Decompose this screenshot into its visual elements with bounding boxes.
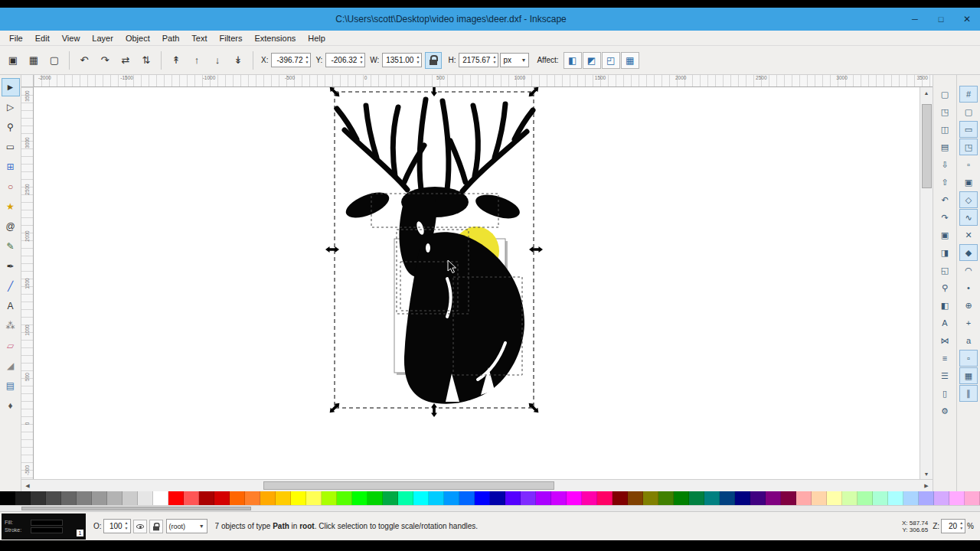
palette-swatch[interactable]: [245, 491, 260, 505]
maximize-button[interactable]: □: [928, 8, 954, 31]
tool-pencil[interactable]: ✎: [2, 237, 20, 256]
palette-swatch[interactable]: [413, 491, 429, 505]
palette-swatch[interactable]: [153, 491, 168, 505]
height-spinner[interactable]: ▲▼: [492, 54, 497, 64]
palette-swatch[interactable]: [888, 491, 903, 505]
palette-swatch[interactable]: [643, 491, 658, 505]
palette-swatch[interactable]: [77, 491, 92, 505]
palette-swatch[interactable]: [551, 491, 567, 505]
palette-swatch[interactable]: [383, 491, 398, 505]
tool-text[interactable]: A: [2, 297, 20, 315]
palette-swatch[interactable]: [92, 491, 107, 505]
palette-swatch[interactable]: [475, 491, 490, 505]
palette-swatch[interactable]: [368, 491, 383, 505]
palette-swatch[interactable]: [490, 491, 505, 505]
unit-dropdown[interactable]: px ▼: [500, 53, 529, 67]
deer-antlers[interactable]: [337, 99, 533, 191]
tool-zoom[interactable]: ⚲: [2, 118, 20, 136]
snap-nodes[interactable]: ◇: [959, 191, 978, 208]
tool-ellipse[interactable]: ○: [2, 178, 20, 196]
layer-lock-button[interactable]: [149, 520, 163, 533]
palette-swatch[interactable]: [352, 491, 368, 505]
scroll-down-icon[interactable]: ▼: [920, 468, 933, 479]
toolbar-flip-vertical[interactable]: ⇅: [136, 51, 156, 70]
palette-swatch[interactable]: [214, 491, 230, 505]
snap-page-border[interactable]: ▫: [959, 350, 978, 367]
snap-object-centers[interactable]: ⊕: [959, 297, 978, 314]
y-spinner[interactable]: ▲▼: [358, 54, 364, 64]
width-field[interactable]: 1351.00 ▲▼: [382, 53, 422, 67]
menu-item[interactable]: Help: [302, 32, 332, 44]
snap-cusp-nodes[interactable]: ◆: [959, 244, 978, 261]
tool-box-3d[interactable]: ⊞: [2, 158, 20, 176]
layer-dropdown[interactable]: (root) ▼: [166, 519, 207, 533]
command-copy[interactable]: ▣: [936, 227, 954, 243]
scroll-right-icon[interactable]: ▶: [920, 481, 933, 491]
palette-swatch[interactable]: [766, 491, 781, 505]
palette-swatch[interactable]: [429, 491, 444, 505]
palette-scroll-thumb[interactable]: [21, 507, 251, 510]
palette-swatch[interactable]: [827, 491, 842, 505]
command-redo[interactable]: ↷: [936, 209, 954, 226]
palette-swatch[interactable]: [965, 491, 980, 505]
command-document-properties[interactable]: ▯: [936, 385, 954, 402]
command-zoom-drawing[interactable]: ⚲: [936, 279, 954, 296]
snap-rotation-centers[interactable]: +: [959, 315, 978, 331]
menu-item[interactable]: File: [3, 32, 29, 44]
opacity-spinner[interactable]: ▲▼: [124, 520, 129, 530]
snap-bbox-centers[interactable]: ▣: [959, 174, 978, 191]
toolbar-rotate-ccw[interactable]: ↶: [74, 51, 94, 70]
palette-swatch[interactable]: [903, 491, 919, 505]
tool-node-editor[interactable]: ▷: [2, 98, 20, 116]
lock-ratio-button[interactable]: [425, 52, 442, 69]
palette-swatch[interactable]: [322, 491, 337, 505]
toolbar-lower[interactable]: ↓: [207, 51, 227, 70]
palette-swatch[interactable]: [184, 491, 199, 505]
tool-paint-bucket[interactable]: ◢: [2, 357, 20, 375]
command-export[interactable]: ⇧: [936, 174, 954, 191]
command-import[interactable]: ⇩: [936, 156, 954, 173]
command-save-document[interactable]: ◫: [936, 121, 954, 138]
close-button[interactable]: ✕: [954, 8, 980, 31]
snap-bbox-edges[interactable]: ▭: [959, 121, 978, 138]
height-field[interactable]: 2175.67 ▲▼: [459, 53, 498, 67]
tool-eraser[interactable]: ▱: [2, 337, 20, 355]
snap-grid[interactable]: ▦: [959, 367, 978, 384]
menu-item[interactable]: Extensions: [248, 32, 302, 44]
horizontal-scrollbar[interactable]: ◀ ▶: [21, 479, 933, 491]
toolbar-select-all[interactable]: ▣: [3, 51, 23, 70]
layer-visibility-button[interactable]: [133, 520, 147, 533]
deer-body[interactable]: [342, 187, 524, 404]
y-field[interactable]: -206.32 ▲▼: [325, 53, 365, 67]
tool-spiral[interactable]: @: [2, 217, 20, 236]
toolbar-affect-corners[interactable]: ◩: [583, 52, 601, 69]
snap-bbox[interactable]: ▢: [959, 103, 978, 120]
toolbar-affect-stroke[interactable]: ◧: [564, 52, 582, 69]
palette-swatch[interactable]: [949, 491, 965, 505]
stroke-swatch[interactable]: [31, 527, 63, 533]
command-open-document[interactable]: ◳: [936, 103, 954, 120]
command-layers-dialog[interactable]: ☰: [936, 367, 954, 384]
command-undo[interactable]: ↶: [936, 191, 954, 208]
palette-swatch[interactable]: [398, 491, 413, 505]
palette-swatch[interactable]: [138, 491, 153, 505]
palette-swatch[interactable]: [168, 491, 184, 505]
palette-swatch[interactable]: [582, 491, 597, 505]
toolbar-rotate-cw[interactable]: ↷: [95, 51, 115, 70]
menu-item[interactable]: View: [56, 32, 87, 44]
palette-swatch[interactable]: [704, 491, 720, 505]
snap-bbox-edge-midpoints[interactable]: ▫: [959, 156, 978, 173]
command-fill-stroke-dialog[interactable]: ◧: [936, 297, 954, 314]
palette-swatch[interactable]: [858, 491, 873, 505]
command-paste[interactable]: ◨: [936, 244, 954, 261]
tool-spray[interactable]: ⁂: [2, 317, 20, 335]
palette-swatch[interactable]: [689, 491, 704, 505]
palette-swatch[interactable]: [230, 491, 245, 505]
palette-swatch[interactable]: [612, 491, 628, 505]
snap-smooth-nodes[interactable]: ◠: [959, 262, 978, 279]
palette-swatch[interactable]: [812, 491, 827, 505]
palette-swatch[interactable]: [934, 491, 949, 505]
snap-path-intersections[interactable]: ✕: [959, 227, 978, 243]
palette-swatch[interactable]: [31, 491, 46, 505]
palette-swatch[interactable]: [0, 491, 15, 505]
